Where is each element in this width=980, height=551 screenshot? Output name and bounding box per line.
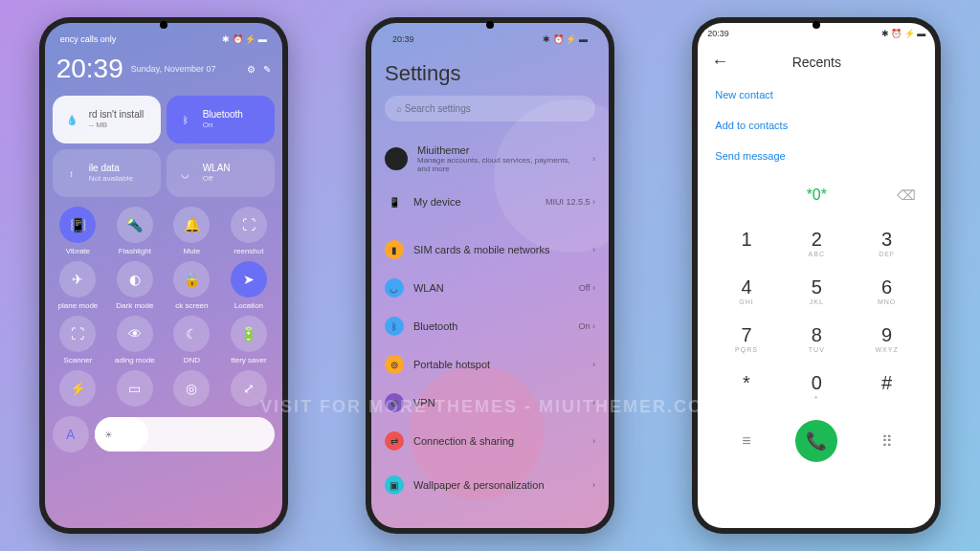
- darkmode-toggle[interactable]: ◐: [117, 261, 153, 298]
- key-1[interactable]: 1: [711, 219, 781, 267]
- key-hash[interactable]: #: [852, 363, 922, 410]
- clock-row: 20:39 Sunday, November 07 ⚙ ✎: [53, 48, 275, 90]
- carrier-text: ency calls only: [60, 34, 117, 44]
- search-input[interactable]: ⌕ Search settings: [385, 96, 595, 121]
- back-button[interactable]: ←: [711, 52, 728, 72]
- extra2-toggle[interactable]: ▭: [117, 370, 153, 407]
- sim-item[interactable]: ▮SIM cards & mobile networks›: [385, 231, 595, 269]
- battery-toggle[interactable]: 🔋: [231, 316, 267, 352]
- key-6[interactable]: 6MNO: [852, 267, 922, 315]
- hotspot-icon: ⊚: [385, 355, 404, 374]
- clock-date: Sunday, November 07: [131, 64, 216, 74]
- bt-item[interactable]: ᛒBluetoothOn ›: [385, 307, 595, 345]
- status-time: 20:39: [707, 29, 729, 38]
- key-8[interactable]: 8TUV: [782, 315, 852, 363]
- page-title: Recents: [728, 55, 904, 70]
- status-icons: ✱ ⏰ ⚡ ▬: [222, 34, 267, 44]
- extra3-toggle[interactable]: ◎: [173, 370, 210, 407]
- menu-icon[interactable]: ≡: [711, 432, 781, 450]
- share-icon: ⇄: [385, 431, 404, 451]
- reading-toggle[interactable]: 👁: [117, 316, 153, 352]
- account-item[interactable]: MiuithemerManage accounts, cloud service…: [385, 135, 595, 183]
- key-4[interactable]: 4GHI: [711, 267, 781, 315]
- device-icon: 📱: [385, 192, 404, 211]
- key-0[interactable]: 0+: [782, 363, 852, 410]
- flashlight-toggle[interactable]: 🔦: [117, 207, 153, 243]
- data-icon: ↕: [62, 164, 81, 183]
- dnd-toggle[interactable]: ☾: [173, 316, 210, 352]
- auto-toggle[interactable]: A: [53, 416, 89, 452]
- contacts-icon[interactable]: ⠿: [852, 432, 922, 451]
- wifi-icon: ◡: [176, 164, 195, 183]
- phone-dialer: 20:39 ✱ ⏰ ⚡ ▬ ← Recents New contact Add …: [692, 17, 941, 534]
- airplane-toggle[interactable]: ✈: [59, 261, 96, 298]
- card-tile[interactable]: 💧 rd isn't install-- MB: [53, 96, 161, 143]
- status-bar: 20:39 ✱ ⏰ ⚡ ▬: [385, 31, 595, 48]
- wlan-item[interactable]: ◡WLANOff ›: [385, 269, 595, 307]
- backspace-icon[interactable]: ⌫: [897, 187, 916, 203]
- new-contact-option[interactable]: New contact: [715, 79, 918, 110]
- key-3[interactable]: 3DEF: [852, 219, 922, 267]
- key-2[interactable]: 2ABC: [782, 219, 852, 267]
- status-icons: ✱ ⏰ ⚡ ▬: [543, 34, 588, 44]
- key-5[interactable]: 5JKL: [782, 267, 852, 315]
- wifi-icon: ◡: [385, 278, 404, 298]
- vibrate-toggle[interactable]: 📳: [59, 207, 96, 243]
- brightness-icon: ☀: [104, 430, 113, 440]
- location-toggle[interactable]: ➤: [231, 261, 267, 298]
- dialpad: 1 2ABC 3DEF 4GHI 5JKL 6MNO 7PQRS 8TUV 9W…: [698, 219, 935, 410]
- device-item[interactable]: 📱 My device MIUI 12.5.5 ›: [385, 183, 595, 221]
- sim-icon: ▮: [385, 240, 404, 259]
- watermark: VISIT FOR MORE THEMES - MIUITHEMER.COM: [260, 397, 720, 417]
- call-button[interactable]: 📞: [795, 420, 837, 462]
- send-message-option[interactable]: Send message: [715, 141, 918, 171]
- avatar: [385, 147, 408, 170]
- brightness-slider[interactable]: ☀: [95, 417, 275, 452]
- status-bar: ency calls only ✱ ⏰ ⚡ ▬: [53, 31, 275, 48]
- dialed-number: *0* ⌫: [698, 171, 935, 219]
- clock-time: 20:39: [56, 54, 123, 84]
- connection-item[interactable]: ⇄Connection & sharing›: [385, 422, 595, 460]
- settings-icon[interactable]: ⚙: [247, 64, 256, 75]
- bluetooth-tile[interactable]: ᛒ BluetoothOn: [167, 96, 275, 143]
- phone-control-center: ency calls only ✱ ⏰ ⚡ ▬ 20:39 Sunday, No…: [39, 17, 288, 534]
- wlan-tile[interactable]: ◡ WLANOff: [167, 149, 275, 197]
- phone-settings: 20:39 ✱ ⏰ ⚡ ▬ Settings ⌕ Search settings…: [366, 17, 614, 534]
- status-time: 20:39: [392, 34, 414, 44]
- key-9[interactable]: 9WXYZ: [852, 315, 922, 363]
- drop-icon: 💧: [62, 110, 81, 129]
- bluetooth-icon: ᛒ: [385, 317, 404, 336]
- key-star[interactable]: *: [711, 363, 781, 410]
- key-7[interactable]: 7PQRS: [711, 315, 781, 363]
- scanner-toggle[interactable]: ⛶: [59, 316, 96, 352]
- mute-toggle[interactable]: 🔔: [173, 207, 210, 243]
- screenshot-toggle[interactable]: ⛶: [231, 207, 267, 243]
- quick-settings-grid: 📳Vibrate 🔦Flashlight 🔔Mute ⛶reenshot ✈pl…: [53, 207, 275, 407]
- data-tile[interactable]: ↕ ile dataNot available: [53, 149, 161, 197]
- settings-title: Settings: [385, 61, 595, 86]
- hotspot-item[interactable]: ⊚Portable hotspot›: [385, 345, 595, 384]
- wallpaper-icon: ▣: [385, 475, 404, 495]
- bluetooth-icon: ᛒ: [176, 110, 195, 129]
- extra1-toggle[interactable]: ⚡: [59, 370, 96, 407]
- edit-icon[interactable]: ✎: [263, 64, 271, 75]
- camera-notch: [486, 21, 494, 29]
- camera-notch: [160, 21, 167, 29]
- chevron-icon: ›: [592, 154, 595, 164]
- add-contacts-option[interactable]: Add to contacts: [715, 110, 918, 141]
- lockscreen-toggle[interactable]: 🔒: [173, 261, 210, 298]
- status-icons: ✱ ⏰ ⚡ ▬: [881, 29, 926, 38]
- wallpaper-item[interactable]: ▣Wallpaper & personalization›: [385, 466, 595, 504]
- camera-notch: [813, 21, 820, 29]
